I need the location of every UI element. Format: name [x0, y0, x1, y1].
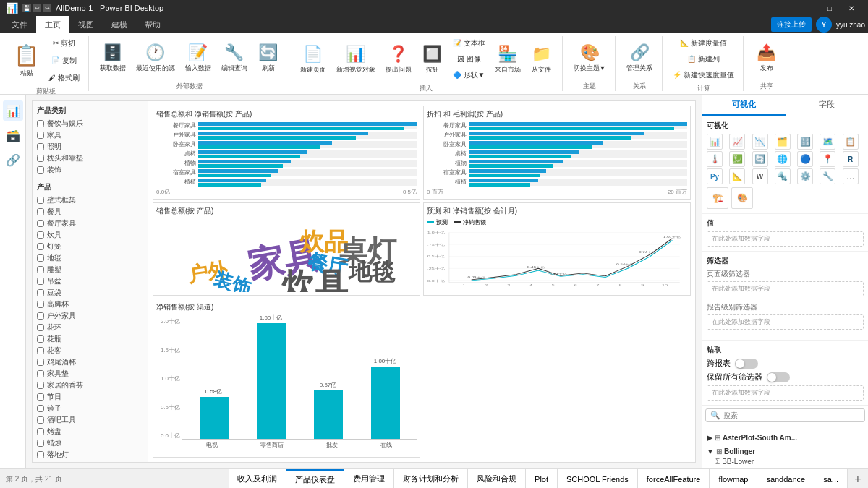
filter-check-1[interactable]	[37, 120, 44, 127]
product-check[interactable]	[37, 312, 44, 320]
product-filter-item[interactable]: 灯笼	[37, 241, 143, 252]
viz-custom4[interactable]: 🔧	[820, 168, 835, 184]
filter-item-5[interactable]: 装饰	[37, 165, 143, 175]
field-group-bollinger-header[interactable]: ▼ ⊞ Bollinger	[705, 446, 865, 457]
add-page-filter[interactable]: 在此处添加数据字段	[707, 281, 864, 296]
product-filter-item[interactable]: 家具垫	[37, 369, 143, 379]
viz-custom1[interactable]: 📐	[729, 168, 745, 184]
new-visual-button[interactable]: 📊新增视觉对象	[333, 38, 379, 81]
close-button[interactable]: ✕	[841, 0, 862, 16]
viz-scatter[interactable]: 💹	[729, 151, 745, 167]
product-check[interactable]	[37, 451, 44, 458]
connect-button[interactable]: 连接上传	[771, 17, 812, 32]
viz-custom2[interactable]: 🔩	[775, 168, 791, 184]
product-filter-item[interactable]: 雕塑	[37, 265, 143, 275]
tab-flowmap[interactable]: flowmap	[710, 469, 757, 489]
tab-risk[interactable]: 风险和合规	[468, 469, 526, 489]
product-filter-item[interactable]: 花瓶	[37, 334, 143, 344]
textbox-button[interactable]: 📝 文本框	[450, 36, 488, 51]
viz-custom3[interactable]: ⚙️	[797, 168, 813, 184]
product-check[interactable]	[37, 416, 44, 424]
cut-button[interactable]: ✂ 剪切	[46, 36, 82, 51]
recent-sources-button[interactable]: 🕐最近使用的源	[132, 37, 179, 80]
product-filter-item[interactable]: 豆袋	[37, 288, 143, 298]
add-report-filter[interactable]: 在此处添加数据字段	[707, 314, 864, 330]
enter-data-button[interactable]: 📝输入数据	[182, 37, 215, 80]
tab-product-dashboard[interactable]: 产品仪表盘	[286, 469, 344, 489]
viz-custom5[interactable]: …	[843, 168, 859, 184]
filter-item-3[interactable]: 照明	[37, 142, 143, 152]
add-drill-field[interactable]: 在此处添加数据字段	[707, 385, 864, 401]
product-check[interactable]	[37, 382, 44, 389]
viz-kpi[interactable]: 📍	[820, 151, 835, 167]
build-icon-1[interactable]: 🏗️	[707, 187, 728, 209]
filter-check-2[interactable]	[37, 132, 44, 139]
maximize-button[interactable]: □	[819, 0, 841, 16]
from-market-button[interactable]: 🏪来自市场	[491, 38, 524, 81]
tab-view[interactable]: 视图	[69, 16, 103, 33]
product-check[interactable]	[37, 324, 44, 331]
product-filter-item[interactable]: 蜡烛	[37, 438, 143, 448]
product-check[interactable]	[37, 347, 44, 354]
product-filter-item[interactable]: 落地灯	[37, 450, 143, 460]
get-data-button[interactable]: 🗄️获取数据	[96, 37, 129, 80]
product-filter-item[interactable]: 高脚杯	[37, 299, 143, 309]
tab-help[interactable]: 帮助	[136, 16, 169, 33]
tab-sa[interactable]: sa...	[814, 469, 848, 489]
product-filter-item[interactable]: 鸡尾酒杯	[37, 357, 143, 367]
filter-check-3[interactable]	[37, 143, 44, 150]
add-data-field-values[interactable]: 在此处添加数据字段	[707, 231, 864, 247]
viz-card[interactable]: 📋	[843, 134, 859, 150]
tab-revenue[interactable]: 收入及利润	[229, 469, 286, 489]
from-file-button[interactable]: 📁从文件	[527, 38, 556, 81]
viz-map[interactable]: 🗺️	[820, 134, 835, 150]
viz-areachart[interactable]: 📉	[752, 134, 768, 150]
field-bb-upper[interactable]: ΣBB-Upper	[705, 466, 865, 468]
product-filter-item[interactable]: 地毯	[37, 253, 143, 263]
field-bb-lower[interactable]: ΣBB-Lower	[705, 457, 865, 466]
filter-check-5[interactable]	[37, 166, 44, 174]
button-button[interactable]: 🔲按钮	[418, 38, 447, 81]
viz-matrix[interactable]: 🔢	[797, 134, 813, 150]
product-check[interactable]	[37, 359, 44, 366]
viz-barchart[interactable]: 📊	[707, 134, 723, 150]
fields-search-input[interactable]	[723, 411, 860, 419]
manage-relations-button[interactable]: 🔗管理关系	[623, 37, 656, 80]
minimize-button[interactable]: —	[797, 0, 819, 16]
product-check[interactable]	[37, 197, 44, 204]
tab-plot[interactable]: Plot	[526, 469, 558, 489]
field-group-asterplot-header[interactable]: ▶ ⊞ AsterPlot-South Am...	[705, 432, 865, 443]
product-check[interactable]	[37, 243, 44, 250]
ask-question-button[interactable]: ❓提出问题	[382, 38, 415, 81]
visual-sales-by-product[interactable]: 销售总额和 净销售额(按 产品) 餐厅家具户外家具卧室家具桌椅植物宿室家具植植家…	[153, 106, 420, 200]
tab-fields[interactable]: 字段	[786, 95, 869, 116]
tab-sanddance[interactable]: sanddance	[757, 469, 814, 489]
product-filter-item[interactable]: 花柒	[37, 461, 143, 462]
visual-wordcloud[interactable]: 销售总额(按 产品) 家具 炊品 桌灯 餐厅 地毯 炊具 户外	[153, 202, 420, 296]
undo-icon[interactable]: ↩	[33, 4, 41, 12]
image-button[interactable]: 🖼 图像	[450, 52, 488, 67]
refresh-button[interactable]: 🔄刷新	[254, 37, 283, 80]
cross-report-switch[interactable]	[735, 359, 758, 369]
viz-globe[interactable]: 🌐	[775, 151, 791, 167]
viz-donut[interactable]: 🔄	[752, 151, 768, 167]
filter-item-1[interactable]: 餐饮与娱乐	[37, 119, 143, 129]
visual-forecast-net-sales[interactable]: 预测 和 净销售额(按 会计月) 预测 净销售额	[423, 202, 691, 296]
product-check[interactable]	[37, 428, 44, 435]
tab-file[interactable]: 文件	[3, 16, 36, 33]
product-filter-item[interactable]: 户外家具	[37, 311, 143, 321]
paste-button[interactable]: 📋粘贴	[10, 39, 43, 82]
product-check[interactable]	[37, 231, 44, 239]
nav-model[interactable]: 🔗	[3, 150, 23, 170]
viz-linechart[interactable]: 📈	[729, 134, 745, 150]
publish-button[interactable]: 📤发布	[752, 37, 781, 80]
new-page-button[interactable]: 📄新建页面	[297, 38, 330, 81]
product-check[interactable]	[37, 289, 44, 296]
product-check[interactable]	[37, 370, 44, 377]
product-check[interactable]	[37, 301, 44, 308]
product-filter-item[interactable]: 家居的香芬	[37, 380, 143, 390]
filter-item-2[interactable]: 家具	[37, 130, 143, 140]
viz-gauge[interactable]: 🌡️	[707, 151, 723, 167]
tab-visualizations[interactable]: 可视化	[702, 95, 786, 116]
build-icon-2[interactable]: 🎨	[731, 187, 753, 209]
